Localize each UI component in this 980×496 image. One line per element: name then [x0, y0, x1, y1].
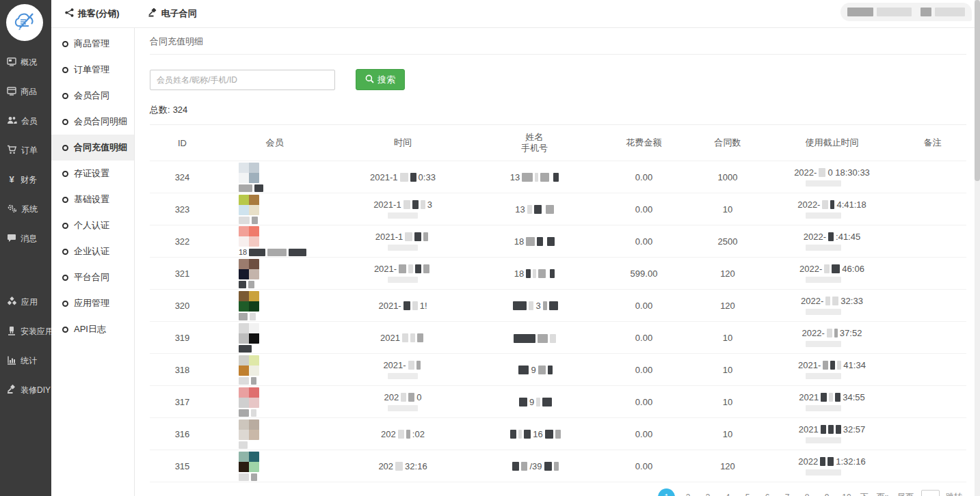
- member-avatar[interactable]: [239, 419, 259, 440]
- page-button-7[interactable]: 7: [780, 493, 794, 496]
- submenu-item-平台合同[interactable]: 平台合同: [51, 264, 134, 290]
- page-button-4[interactable]: 4: [721, 493, 734, 496]
- member-name-redacted: [239, 377, 256, 385]
- member-avatar[interactable]: [239, 291, 259, 312]
- last-page-button[interactable]: 尾页: [896, 491, 915, 496]
- page-button-8[interactable]: 8: [800, 493, 814, 496]
- rail-item-系统[interactable]: 系统: [0, 195, 51, 224]
- page-button-1[interactable]: 1: [658, 488, 675, 496]
- redacted-text: [553, 173, 559, 182]
- submenu-item-存证设置[interactable]: 存证设置: [51, 161, 134, 187]
- member-avatar[interactable]: [239, 163, 259, 183]
- cell-deadline: 20221:32:16: [765, 456, 899, 476]
- cell-phone: 3: [471, 300, 598, 311]
- member-avatar[interactable]: [239, 355, 259, 376]
- tab-tuike-fenxiao[interactable]: 推客(分销): [65, 8, 120, 20]
- submenu-item-订单管理[interactable]: 订单管理: [51, 57, 134, 83]
- avatar-quadrant: [249, 291, 259, 301]
- cell-time: 2020: [334, 392, 471, 411]
- rail-item-概况[interactable]: 概况: [0, 48, 51, 77]
- page-button-2[interactable]: 2: [681, 493, 695, 496]
- avatar-quadrant: [249, 236, 259, 247]
- page-button-10[interactable]: 10: [840, 493, 853, 496]
- cell-amount: 0.00: [598, 333, 690, 343]
- cell-time: 2021-: [334, 360, 471, 379]
- tab-dianzi-hetong[interactable]: 电子合同: [148, 8, 197, 20]
- redacted-text: [540, 173, 549, 182]
- submenu-item-API日志[interactable]: API日志: [51, 316, 134, 342]
- jump-button[interactable]: 跳转: [946, 491, 962, 496]
- member-avatar[interactable]: [239, 387, 259, 408]
- cell-contract-count: 2500: [690, 236, 765, 247]
- page-button-6[interactable]: 6: [760, 493, 774, 496]
- rail-item-安装应用[interactable]: 安装应用: [0, 317, 51, 346]
- submenu-item-应用管理[interactable]: 应用管理: [51, 290, 134, 316]
- redacted-text: [820, 457, 825, 466]
- redacted-text: [415, 264, 421, 273]
- redacted-text: [543, 301, 547, 310]
- rail-item-label: 会员: [21, 115, 38, 127]
- search-input[interactable]: [150, 70, 335, 90]
- submenu-item-会员合同明细[interactable]: 会员合同明细: [51, 109, 134, 135]
- submenu-item-label: 订单管理: [74, 64, 109, 76]
- page-button-3[interactable]: 3: [701, 493, 715, 496]
- scrollbar-thumb[interactable]: [975, 0, 980, 181]
- search-button[interactable]: 搜索: [356, 69, 405, 90]
- redacted-text: [806, 405, 841, 411]
- submenu-item-个人认证[interactable]: 个人认证: [51, 212, 134, 238]
- radio-bullet-icon: [62, 275, 68, 281]
- redacted-text: [395, 462, 403, 471]
- avatar-quadrant: [249, 163, 259, 173]
- user-info-redacted[interactable]: [840, 3, 972, 21]
- cell-deadline: 2022-32:33: [765, 296, 899, 315]
- redacted-text: [239, 345, 252, 353]
- member-avatar[interactable]: [239, 226, 259, 247]
- cell-contract-count: 10: [690, 429, 765, 439]
- cell-member: [215, 452, 334, 481]
- rail-item-统计[interactable]: 统计: [0, 346, 51, 376]
- vertical-scrollbar[interactable]: [975, 0, 980, 496]
- member-avatar[interactable]: [239, 452, 259, 472]
- redacted-text: [806, 437, 841, 443]
- submenu-item-合同充值明细[interactable]: 合同充值明细: [51, 135, 134, 161]
- member-name-redacted: [239, 473, 257, 481]
- rail-item-应用[interactable]: 应用: [0, 288, 51, 317]
- rail-item-订单[interactable]: 订单: [0, 136, 51, 165]
- cell-amount: 0.00: [598, 301, 690, 311]
- page-button-9[interactable]: 9: [820, 493, 834, 496]
- search-icon: [365, 74, 374, 85]
- rail-item-财务[interactable]: ¥财务: [0, 165, 51, 195]
- redacted-text: [554, 462, 559, 471]
- rail-item-商品[interactable]: 商品: [0, 77, 51, 107]
- member-avatar[interactable]: [239, 259, 259, 279]
- member-avatar[interactable]: [239, 195, 259, 215]
- redacted-text: [806, 245, 841, 251]
- submenu-item-label: 会员合同: [74, 89, 109, 102]
- page-button-5[interactable]: 5: [741, 493, 754, 496]
- next-page-button[interactable]: 下一页»: [860, 491, 890, 496]
- redacted-text: [526, 269, 531, 278]
- cell-id: 316: [150, 429, 215, 439]
- rail-item-装修DIY[interactable]: 装修DIY: [0, 376, 51, 405]
- member-avatar[interactable]: [239, 323, 259, 344]
- redacted-text: [837, 361, 841, 370]
- radio-bullet-icon: [62, 41, 68, 47]
- redacted-text: [289, 249, 306, 256]
- orders-icon: [7, 145, 17, 156]
- diy-icon: [7, 385, 16, 396]
- submenu-item-会员合同[interactable]: 会员合同: [51, 83, 134, 109]
- cell-id: 319: [150, 333, 215, 343]
- logo[interactable]: [0, 0, 51, 48]
- rail-item-会员[interactable]: 会员: [0, 107, 51, 136]
- submenu-item-基础设置[interactable]: 基础设置: [51, 187, 134, 212]
- member-name-redacted: [239, 281, 254, 288]
- avatar-quadrant: [239, 452, 249, 462]
- redacted-text: [388, 405, 418, 411]
- cell-id: 318: [150, 365, 215, 375]
- submenu-item-企业认证[interactable]: 企业认证: [51, 238, 134, 264]
- rail-item-消息[interactable]: 消息: [0, 224, 51, 253]
- cell-id: 317: [150, 397, 215, 407]
- avatar-quadrant: [249, 419, 259, 430]
- jump-page-input[interactable]: [921, 490, 940, 496]
- submenu-item-商品管理[interactable]: 商品管理: [51, 31, 134, 57]
